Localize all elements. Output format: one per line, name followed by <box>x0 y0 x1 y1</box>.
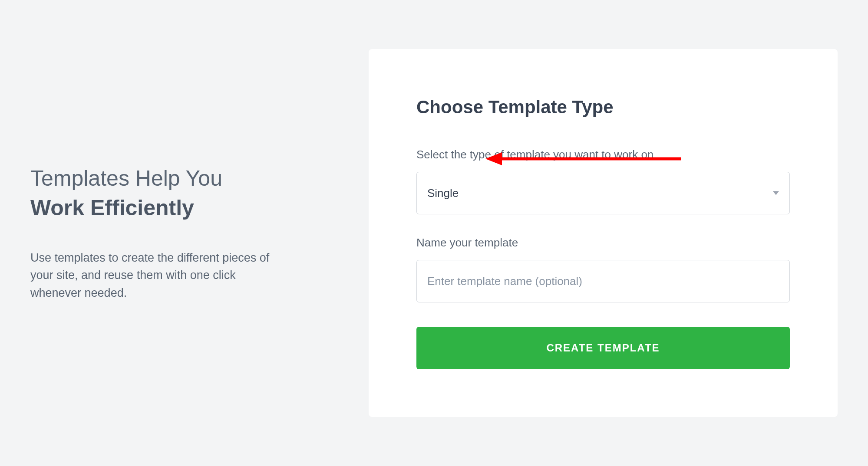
template-name-input[interactable] <box>416 260 790 302</box>
select-value: Single <box>427 187 459 200</box>
create-template-button[interactable]: CREATE TEMPLATE <box>416 327 790 369</box>
intro-heading-bold: Work Efficiently <box>30 193 317 223</box>
page-container: Templates Help You Work Efficiently Use … <box>0 0 868 466</box>
card-title: Choose Template Type <box>416 97 790 118</box>
intro-heading-light: Templates Help You <box>30 164 317 193</box>
select-label: Select the type of template you want to … <box>416 148 790 161</box>
intro-description: Use templates to create the different pi… <box>30 249 274 302</box>
name-label: Name your template <box>416 236 790 249</box>
template-type-select[interactable]: Single <box>416 172 790 214</box>
caret-down-icon <box>773 191 779 195</box>
intro-panel: Templates Help You Work Efficiently Use … <box>30 164 334 302</box>
template-card: Choose Template Type Select the type of … <box>369 49 838 417</box>
